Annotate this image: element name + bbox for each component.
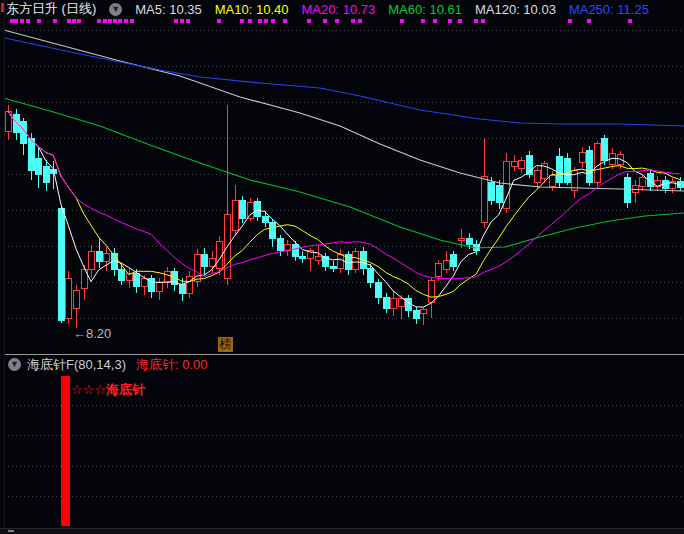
indicator-signal-text: ☆☆☆海底针 [71, 381, 145, 399]
candle-body-up [217, 241, 223, 268]
corner-marker [1, 3, 4, 12]
signal-dot [53, 19, 57, 23]
signal-dot [448, 19, 452, 23]
signal-dot [10, 19, 14, 23]
candle-body-down [134, 273, 140, 286]
signal-dot [77, 19, 81, 23]
candle-body-down [384, 297, 390, 308]
signal-dot [335, 19, 339, 23]
candle-body-down [587, 150, 593, 183]
candle-body-up [572, 170, 578, 190]
candle-body-up [512, 161, 518, 166]
candle-body-up [74, 290, 80, 308]
signal-dot [72, 19, 76, 23]
candle-body-up [429, 280, 435, 303]
signal-dot [323, 19, 327, 23]
ma10-label: MA10: 10.40 [215, 2, 289, 17]
signal-dot [67, 19, 71, 23]
window-left-edge [0, 0, 5, 534]
candle-body-up [595, 143, 601, 182]
candle-body-down [149, 278, 155, 291]
signal-dot [258, 19, 262, 23]
candle-body-down [278, 238, 284, 251]
candle-body-down [119, 269, 125, 280]
candle-body-up [89, 251, 95, 269]
signal-dot [351, 19, 355, 23]
stock-chart-window: 东方日升 (日线) ▼ MA5: 10.35 MA10: 10.40 MA20:… [0, 0, 684, 534]
candle-body-down [59, 208, 65, 320]
indicator-value: 海底针: 0.00 [136, 356, 208, 374]
signal-dot [26, 19, 30, 23]
signal-dot [124, 19, 128, 23]
ma250-label: MA250: 11.25 [569, 2, 649, 17]
candle-body-down [376, 283, 382, 298]
candle-body-up [436, 263, 442, 276]
candle-body-up [482, 177, 488, 223]
signal-dot [474, 19, 478, 23]
candle-body-down [489, 182, 495, 200]
low-price-annotation: ←8.20 [73, 326, 111, 341]
chevron-down-icon[interactable]: ▼ [109, 3, 122, 16]
candle-body-down [293, 244, 299, 256]
signal-dot [97, 19, 101, 23]
candle-body-up [421, 309, 427, 313]
rank-badge[interactable]: 榜 [218, 337, 233, 352]
candle-body-down [557, 157, 563, 182]
signal-dot [283, 19, 287, 23]
candle-body-down [467, 238, 473, 245]
candle-body-up [504, 161, 510, 208]
signal-dot [37, 19, 41, 23]
candle-body-up [459, 238, 465, 240]
candle-body-down [14, 115, 20, 133]
candle-body-down [414, 311, 420, 319]
indicator-name[interactable]: 海底针F(80,14,3) [27, 356, 126, 374]
candle-body-down [180, 285, 186, 294]
candle-body-down [565, 158, 571, 183]
candle-body-down [451, 255, 457, 267]
candle-body-down [368, 268, 374, 283]
signal-dot [14, 19, 18, 23]
candle-body-up [66, 278, 72, 318]
candle-body-down [44, 167, 50, 183]
signal-dot [20, 19, 24, 23]
candle-body-up [550, 175, 556, 186]
candle-body-up [535, 170, 541, 183]
ma-line-ma5 [8, 111, 680, 307]
candle-body-down [255, 201, 261, 216]
price-chart[interactable] [0, 0, 684, 534]
signal-dot [240, 19, 244, 23]
signal-dot [186, 19, 190, 23]
signal-dot [421, 19, 425, 23]
signal-dot [174, 19, 178, 23]
signal-dot [587, 19, 591, 23]
candle-body-up [233, 200, 239, 230]
ma20-label: MA20: 10.73 [302, 2, 376, 17]
signal-dot [103, 19, 107, 23]
signal-dot [628, 19, 632, 23]
signal-dot [113, 19, 117, 23]
candle-body-down [270, 222, 276, 238]
signal-dot [458, 19, 462, 23]
resize-grip-icon[interactable] [8, 530, 14, 532]
candle-body-up [444, 260, 450, 269]
candle-body-up [519, 161, 525, 168]
candle-body-down [36, 158, 42, 175]
ma-line-ma120 [0, 29, 684, 191]
ma120-label: MA120: 10.03 [475, 2, 556, 17]
candle-body-up [391, 299, 397, 308]
signal-dot [481, 19, 485, 23]
signal-dot [271, 19, 275, 23]
signal-dot [264, 19, 268, 23]
candle-body-up [157, 283, 163, 292]
candle-body-down [29, 138, 35, 170]
chevron-down-icon[interactable]: ▼ [8, 358, 21, 371]
candle-body-up [580, 152, 586, 163]
signal-dot [217, 19, 221, 23]
candle-body-down [300, 256, 306, 259]
candle-body-down [97, 251, 103, 261]
indicator-panel-header: ▼ 海底针F(80,14,3) 海底针: 0.00 [8, 356, 208, 373]
signal-dot [433, 19, 437, 23]
candle-body-down [497, 185, 503, 202]
candle-body-down [202, 255, 208, 267]
signal-dot [400, 19, 404, 23]
